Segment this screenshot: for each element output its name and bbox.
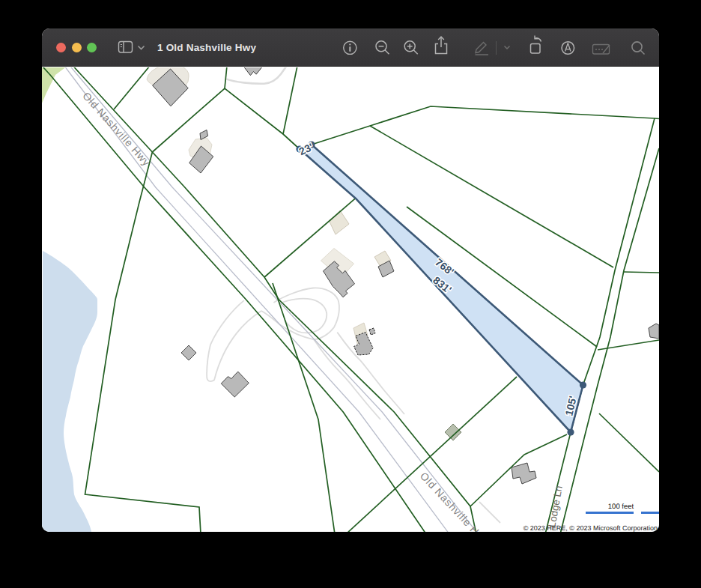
svg-text:© 2023 HERE, © 2023 Microsoft: © 2023 HERE, © 2023 Microsoft Corporatio…	[524, 524, 658, 532]
svg-text:Lodge Ln: Lodge Ln	[546, 485, 565, 528]
svg-text:Old Nashville H: Old Nashville H	[418, 470, 482, 532]
svg-text:100 feet: 100 feet	[608, 503, 634, 511]
svg-text:Old Nashville Hwy: Old Nashville Hwy	[80, 90, 153, 169]
